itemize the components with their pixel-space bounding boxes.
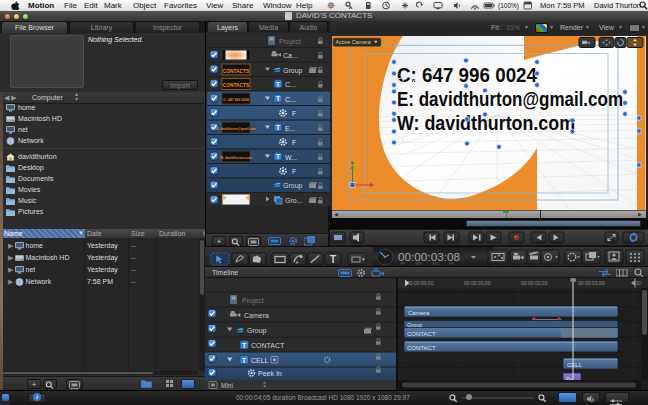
svg-text:00:00:01;00: 00:00:01;00 — [464, 280, 491, 286]
svg-text:C...: C... — [285, 81, 296, 88]
svg-text:CONTACT: CONTACT — [251, 342, 285, 349]
svg-text:C: 647 996 0024: C: 647 996 0024 — [223, 98, 248, 102]
svg-text:T: T — [276, 124, 280, 131]
svg-text:Peek In: Peek In — [258, 370, 282, 377]
svg-text:Ca...: Ca... — [283, 52, 298, 59]
svg-text:00:00:00;00: 00:00:00;00 — [407, 280, 434, 286]
svg-text:Group: Group — [283, 67, 303, 75]
svg-text:E: davidthurton@gmail.com: E: davidthurton@gmail.com — [217, 127, 256, 131]
svg-text:T: T — [276, 95, 280, 102]
svg-text:F: F — [292, 139, 296, 146]
svg-text:E...: E... — [285, 125, 296, 132]
svg-text:C...: C... — [285, 96, 296, 103]
svg-text:T: T — [276, 81, 280, 88]
svg-text:Group: Group — [407, 322, 422, 328]
svg-text:CONTACTS: CONTACTS — [223, 69, 250, 74]
svg-text:W...: W... — [285, 154, 297, 161]
svg-text:00:00:03;00: 00:00:03;00 — [578, 280, 605, 286]
svg-text:Camera: Camera — [244, 312, 269, 319]
svg-text:00:: 00: — [635, 280, 642, 286]
svg-text:Active Camera: Active Camera — [336, 39, 371, 45]
svg-text:CELL: CELL — [567, 362, 583, 368]
svg-text:W: davidthurton.com: W: davidthurton.com — [220, 156, 252, 160]
svg-text:T: T — [330, 254, 336, 265]
svg-text:CONTACT: CONTACT — [407, 345, 436, 351]
svg-text:Gro...: Gro... — [285, 197, 303, 204]
svg-text:Project: Project — [279, 38, 301, 46]
svg-text:Camera: Camera — [408, 310, 430, 316]
svg-text:Group: Group — [247, 327, 267, 335]
svg-text:00:00:02;00: 00:00:02;00 — [521, 280, 548, 286]
svg-text:00:00:03:08: 00:00:03:08 — [398, 251, 460, 263]
svg-text:Group: Group — [283, 182, 303, 190]
svg-text:CONTACT: CONTACT — [407, 331, 436, 337]
svg-text:T: T — [276, 153, 280, 160]
svg-text:(100%): (100%) — [498, 2, 519, 10]
svg-text:Mini: Mini — [221, 382, 233, 389]
svg-text:CELL: CELL — [251, 357, 269, 364]
svg-text:Project: Project — [242, 297, 264, 305]
svg-text:E: davidthurton@gmail.com: E: davidthurton@gmail.com — [397, 88, 623, 110]
svg-text:C: 647 996 0024: C: 647 996 0024 — [397, 64, 538, 86]
svg-text:F: F — [292, 168, 296, 175]
svg-text:F: F — [292, 110, 296, 117]
svg-text:CONTACTS: CONTACTS — [223, 83, 250, 88]
